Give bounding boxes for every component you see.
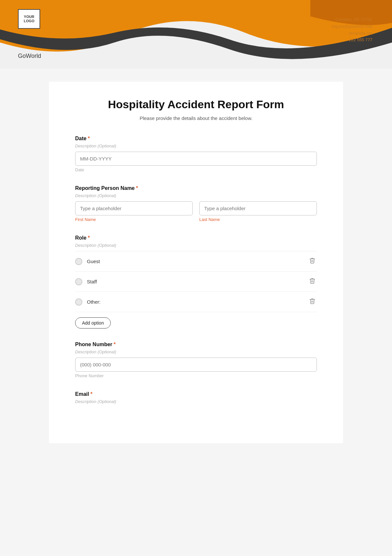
role-section: Role* Description (Optional) Guest xyxy=(75,235,317,329)
role-options: Guest Staff xyxy=(75,251,317,312)
radio-other[interactable] xyxy=(75,298,82,306)
email-description: Description (Optional) xyxy=(75,399,317,404)
contact-website: template.net xyxy=(332,30,372,37)
form-subtitle: Please provide the details about the acc… xyxy=(75,115,317,121)
company-name: GoWorld xyxy=(18,53,41,59)
last-name-col: Last Name xyxy=(199,201,317,222)
name-row: First Name Last Name xyxy=(75,201,317,222)
radio-other-label: Other: xyxy=(87,299,101,305)
add-option-label: Add option xyxy=(82,320,104,326)
page-header: YOUR LOGO GoWorld Camden, AR 71701 inqui… xyxy=(0,0,392,69)
phone-hint: Phone Number xyxy=(75,373,317,378)
role-label: Role* xyxy=(75,235,317,241)
phone-input[interactable] xyxy=(75,358,317,372)
date-section: Date* Description (Optional) Date xyxy=(75,136,317,172)
date-description: Description (Optional) xyxy=(75,143,317,148)
last-name-hint: Last Name xyxy=(199,217,317,222)
form-container: Hospitality Accident Report Form Please … xyxy=(49,82,343,443)
delete-other-button[interactable] xyxy=(308,296,317,307)
add-option-button[interactable]: Add option xyxy=(75,317,111,329)
first-name-hint: First Name xyxy=(75,217,193,222)
contact-address: Camden, AR 71701 xyxy=(332,16,372,23)
radio-guest[interactable] xyxy=(75,258,82,265)
last-name-input[interactable] xyxy=(199,201,317,215)
first-name-col: First Name xyxy=(75,201,193,222)
contact-email: inquire@goworld.mail xyxy=(332,23,372,30)
contact-phone: 222 555 777 xyxy=(332,37,372,43)
delete-staff-button[interactable] xyxy=(308,276,317,287)
role-description: Description (Optional) xyxy=(75,243,317,248)
phone-label: Phone Number* xyxy=(75,342,317,347)
phone-description: Description (Optional) xyxy=(75,349,317,354)
name-description: Description (Optional) xyxy=(75,193,317,198)
date-input[interactable] xyxy=(75,152,317,166)
date-label: Date* xyxy=(75,136,317,142)
email-section: Email* Description (Optional) xyxy=(75,391,317,404)
email-label: Email* xyxy=(75,391,317,397)
role-option-guest: Guest xyxy=(75,251,317,272)
first-name-input[interactable] xyxy=(75,201,193,215)
delete-guest-button[interactable] xyxy=(308,256,317,267)
phone-section: Phone Number* Description (Optional) Pho… xyxy=(75,342,317,378)
radio-staff-label: Staff xyxy=(87,279,97,284)
name-label: Reporting Person Name* xyxy=(75,185,317,191)
radio-guest-label: Guest xyxy=(87,259,100,264)
contact-info: Camden, AR 71701 inquire@goworld.mail te… xyxy=(332,16,372,43)
role-option-other: Other: xyxy=(75,292,317,312)
date-hint: Date xyxy=(75,167,317,172)
name-section: Reporting Person Name* Description (Opti… xyxy=(75,185,317,222)
logo: YOUR LOGO xyxy=(18,9,40,29)
role-option-staff: Staff xyxy=(75,272,317,292)
radio-staff[interactable] xyxy=(75,278,82,285)
form-title: Hospitality Accident Report Form xyxy=(75,98,317,111)
